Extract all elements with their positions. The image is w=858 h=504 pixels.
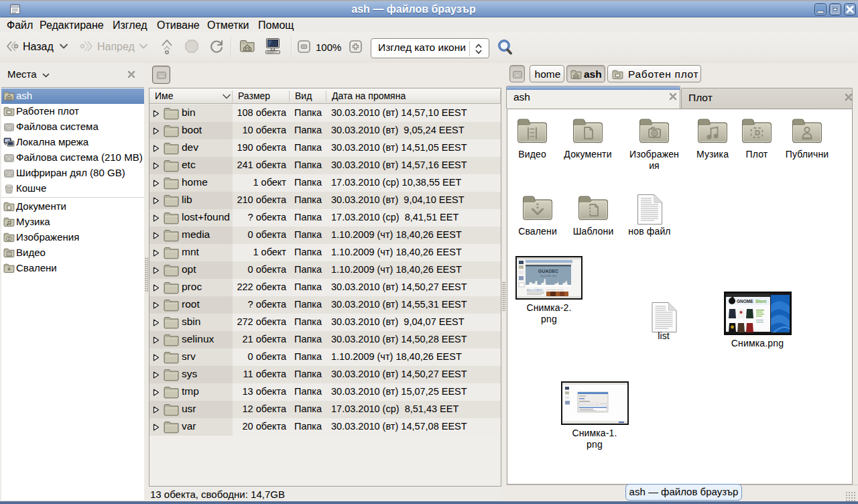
svg-text:GNOME: GNOME (737, 299, 753, 304)
svg-text:Store: Store (755, 299, 767, 304)
svg-text:July 24-30th, 2010: July 24-30th, 2010 (540, 275, 557, 277)
svg-text:GUADEC: GUADEC (538, 269, 558, 273)
svg-text:About GUADEC: About GUADEC (527, 289, 544, 292)
